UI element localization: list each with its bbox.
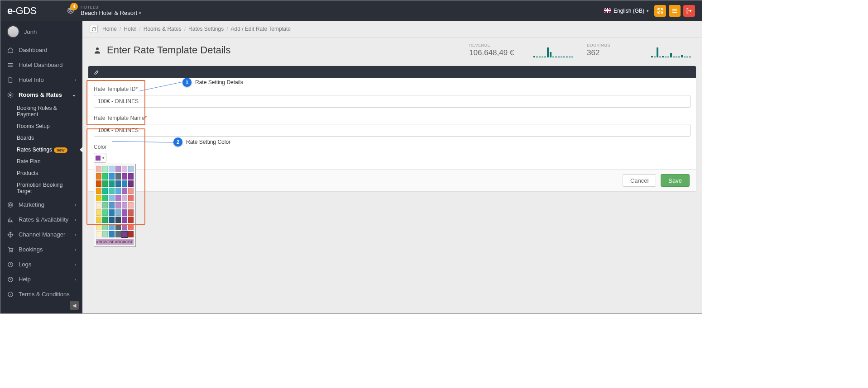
color-swatch[interactable]: [115, 188, 121, 194]
color-swatch[interactable]: [122, 180, 127, 187]
color-swatch[interactable]: [122, 209, 127, 216]
color-swatch[interactable]: [115, 231, 121, 237]
color-swatch[interactable]: [115, 195, 121, 201]
sidebar-subitem-products[interactable]: Products: [0, 167, 82, 179]
rate-name-input[interactable]: [94, 124, 691, 137]
color-swatch[interactable]: [109, 202, 114, 208]
color-swatch[interactable]: [102, 173, 108, 180]
color-swatch[interactable]: [122, 166, 127, 172]
color-swatch[interactable]: [96, 188, 101, 194]
sidebar-item-hotel-info[interactable]: Hotel Info‹: [0, 72, 82, 87]
color-swatch[interactable]: [102, 202, 108, 208]
sidebar-item-logs[interactable]: Logs‹: [0, 257, 82, 272]
sidebar-item-marketing[interactable]: Marketing‹: [0, 197, 82, 212]
color-swatch[interactable]: [96, 195, 101, 201]
color-swatch[interactable]: [128, 166, 134, 172]
color-swatch[interactable]: [109, 217, 114, 223]
color-swatch[interactable]: [128, 173, 134, 180]
color-swatch[interactable]: [115, 166, 121, 172]
sidebar-subitem-rate-plan[interactable]: Rate Plan: [0, 156, 82, 167]
hotel-selector[interactable]: HOTELS: Beach Hotel & Resort▾: [81, 5, 141, 16]
color-swatch[interactable]: [115, 180, 121, 187]
color-swatch[interactable]: [96, 166, 101, 172]
chevron-icon: ⌄: [72, 93, 76, 97]
breadcrumb-0[interactable]: Home: [102, 26, 117, 32]
color-swatch[interactable]: [122, 202, 127, 208]
rate-id-input[interactable]: [94, 95, 691, 108]
color-swatch[interactable]: [102, 188, 108, 194]
color-swatch[interactable]: [128, 224, 134, 230]
color-swatch[interactable]: [128, 202, 134, 208]
sidebar-item-bookings[interactable]: Bookings‹: [0, 242, 82, 257]
sidebar-subitem-promotion-booking-target[interactable]: Promotion Booking Target: [0, 179, 82, 197]
color-swatch[interactable]: [115, 202, 121, 208]
color-swatch[interactable]: [122, 173, 127, 180]
color-swatch[interactable]: [96, 209, 101, 216]
color-swatch[interactable]: [102, 166, 108, 172]
chevron-icon: ‹: [75, 262, 76, 267]
color-swatch[interactable]: [102, 231, 108, 237]
color-swatch[interactable]: [128, 217, 134, 223]
color-swatch[interactable]: [96, 180, 101, 187]
color-swatch[interactable]: [102, 217, 108, 223]
sidebar-item-dashboard[interactable]: Dashboard: [0, 43, 82, 57]
color-swatch[interactable]: [115, 173, 121, 180]
color-swatch[interactable]: [109, 166, 114, 172]
color-swatch[interactable]: [109, 195, 114, 201]
color-swatch[interactable]: [96, 231, 101, 237]
color-swatch[interactable]: [109, 173, 114, 180]
color-swatch[interactable]: [122, 195, 127, 201]
color-swatch[interactable]: [96, 173, 101, 180]
sidebar-item-hotel-dashboard[interactable]: Hotel Dashboard: [0, 57, 82, 72]
sidebar-subitem-rooms-setup[interactable]: Rooms Setup: [0, 120, 82, 132]
cancel-button[interactable]: Cancel: [623, 174, 656, 187]
logout-button[interactable]: [683, 5, 695, 17]
color-swatch[interactable]: [128, 180, 134, 187]
color-swatch[interactable]: [102, 180, 108, 187]
color-swatch[interactable]: [128, 209, 134, 216]
sidebar-subitem-boards[interactable]: Boards: [0, 132, 82, 144]
breadcrumb-3[interactable]: Rates Settings: [188, 26, 224, 32]
color-swatch[interactable]: [102, 195, 108, 201]
notifications[interactable]: 4: [66, 6, 75, 15]
sidebar-collapse-button[interactable]: ◀: [70, 301, 79, 310]
color-dropdown[interactable]: ▼: [94, 153, 106, 163]
sidebar-subitem-rates-settings[interactable]: Rates Settingsnew: [0, 144, 82, 156]
color-swatch[interactable]: [128, 195, 134, 201]
sidebar-item-terms-conditions[interactable]: Terms & Conditions: [0, 287, 82, 302]
sidebar-subitem-booking-rules-payment[interactable]: Booking Rules & Payment: [0, 102, 82, 120]
color-swatch[interactable]: [96, 224, 101, 230]
color-swatch[interactable]: [122, 217, 127, 223]
color-swatch[interactable]: [109, 188, 114, 194]
sidebar-item-rooms-rates[interactable]: Rooms & Rates⌄: [0, 87, 82, 102]
logout-icon: [686, 8, 692, 14]
sidebar-item-help[interactable]: Help‹: [0, 272, 82, 287]
color-swatch[interactable]: [122, 224, 127, 230]
color-swatch[interactable]: [109, 180, 114, 187]
color-swatch[interactable]: [109, 224, 114, 230]
user-profile[interactable]: Jonh: [0, 21, 82, 43]
sidebar-item-channel-manager[interactable]: Channel Manager‹: [0, 227, 82, 242]
refresh-button[interactable]: [90, 25, 98, 33]
color-swatch[interactable]: [96, 217, 101, 223]
color-swatch[interactable]: [122, 188, 127, 194]
sidebar-item-rates-availability[interactable]: Rates & Availability‹: [0, 212, 82, 227]
color-swatch[interactable]: [122, 231, 127, 237]
color-swatch[interactable]: [128, 188, 134, 194]
color-swatch[interactable]: [102, 209, 108, 216]
save-button[interactable]: Save: [661, 174, 690, 187]
color-swatch[interactable]: [115, 209, 121, 216]
breadcrumb-1[interactable]: Hotel: [124, 26, 136, 32]
color-swatch[interactable]: [109, 231, 114, 237]
color-swatch[interactable]: [115, 217, 121, 223]
language-selector[interactable]: English (GB) ▾: [604, 8, 649, 14]
fullscreen-button[interactable]: [654, 5, 666, 17]
menu-button[interactable]: [669, 5, 681, 17]
breadcrumb-2[interactable]: Rooms & Rates: [144, 26, 182, 32]
color-swatch[interactable]: [96, 202, 101, 208]
color-swatch[interactable]: [109, 209, 114, 216]
color-swatch[interactable]: [128, 231, 134, 237]
color-swatch[interactable]: [102, 224, 108, 230]
color-swatch[interactable]: [115, 224, 121, 230]
user-name: Jonh: [24, 28, 37, 35]
